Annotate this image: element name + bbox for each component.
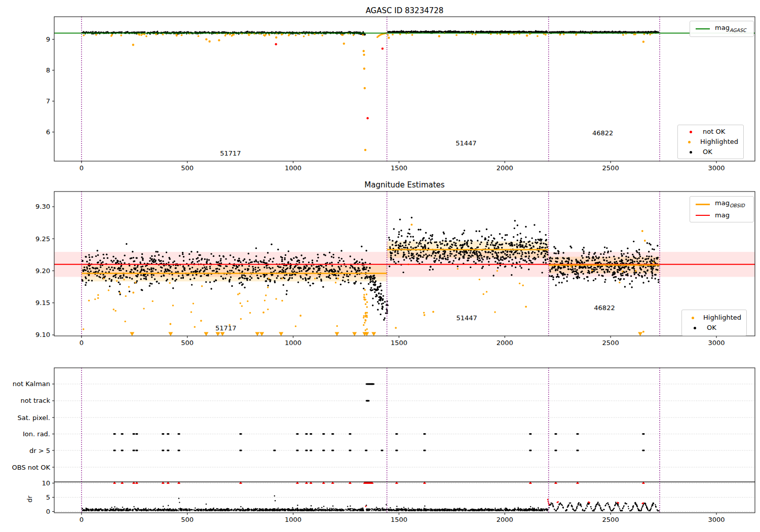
top-plot-title-text: AGASC ID 83234728 bbox=[366, 6, 444, 15]
dr-gt5-flags bbox=[423, 450, 426, 451]
clipped-low bbox=[371, 332, 376, 336]
legend-label: Highlighted bbox=[700, 138, 738, 146]
bottom-dr-not-ok bbox=[365, 499, 644, 507]
clipped-low bbox=[130, 332, 134, 336]
dr-gt5-flags bbox=[349, 450, 351, 451]
black-dot-swatch-wrap bbox=[683, 151, 698, 154]
top-not-OK bbox=[275, 43, 384, 119]
dr-gt5-flags bbox=[121, 450, 124, 451]
ion-rad-flags bbox=[178, 433, 180, 435]
clipped-low bbox=[352, 332, 357, 336]
x-tick-label: 2500 bbox=[602, 164, 619, 172]
ion-rad-flags bbox=[239, 433, 242, 435]
clipped-low bbox=[259, 332, 264, 336]
legend-label: not OK bbox=[703, 128, 725, 136]
dr-gt5-flags bbox=[310, 450, 312, 451]
legend-row-ok: OK bbox=[687, 324, 741, 332]
clipped-low bbox=[220, 332, 225, 336]
x-tick-label: 2000 bbox=[497, 164, 513, 172]
not-ok-dot-swatch bbox=[690, 131, 692, 133]
y-tick-label: not track bbox=[20, 397, 50, 404]
orange-line-swatch-wrap bbox=[695, 204, 710, 205]
x-tick-label: 500 bbox=[181, 164, 194, 172]
x-tick-label: 1500 bbox=[391, 339, 407, 347]
y-tick-label: 0 bbox=[46, 508, 50, 515]
ion-rad-flags bbox=[162, 433, 164, 435]
middle-OK-high bbox=[399, 217, 518, 226]
ion-rad-flags bbox=[121, 433, 124, 435]
dr-gt5-flags bbox=[296, 450, 298, 451]
clipped-low bbox=[335, 332, 339, 336]
top-Highlighted-deep bbox=[132, 34, 645, 151]
y-tick-label: 9.20 bbox=[35, 267, 50, 275]
clipped-low bbox=[279, 332, 283, 336]
dr-gt5-flags bbox=[322, 450, 325, 451]
legend-top-status: not OK Highlighted OK bbox=[677, 125, 744, 159]
dr-gt5-flags bbox=[381, 450, 384, 451]
x-tick-label: 0 bbox=[80, 339, 84, 347]
ion-rad-flags bbox=[576, 433, 579, 435]
dr-gt5-flags bbox=[113, 450, 116, 451]
highlighted-dot-swatch bbox=[692, 317, 694, 319]
legend-mag-agasc: magAGASC bbox=[690, 21, 754, 37]
x-tick-label: 2000 bbox=[497, 339, 513, 347]
y-tick-label: 9.30 bbox=[35, 203, 50, 210]
dr-gt5-flags bbox=[642, 450, 644, 451]
x-tick-label: 3000 bbox=[708, 339, 725, 347]
mag-obsid-line-swatch bbox=[696, 204, 710, 205]
not-track-flags bbox=[367, 400, 369, 401]
ok-dot-swatch bbox=[694, 327, 696, 329]
mag-agasc-line-swatch bbox=[696, 28, 710, 29]
x-tick-label: 1000 bbox=[285, 339, 301, 347]
clipped-low bbox=[255, 332, 259, 336]
legend-row-highlighted: Highlighted bbox=[683, 138, 738, 146]
y-tick-label: 8 bbox=[46, 66, 50, 74]
middle-Highlighted-trail bbox=[363, 289, 368, 331]
x-tick-label: 1000 bbox=[285, 164, 301, 172]
ion-rad-flags bbox=[322, 433, 325, 435]
ion-rad-flags bbox=[133, 433, 135, 435]
figure-canvas: 5171751447468220500100015002000250030006… bbox=[0, 0, 760, 532]
mag-line-swatch bbox=[696, 215, 710, 216]
middle-plot-title: Magnitude Estimates bbox=[54, 180, 755, 189]
middle-plot: 5171751447468220500100015002000250030009… bbox=[35, 192, 755, 347]
x-tick-label: 0 bbox=[80, 164, 84, 172]
not-kalman-flags bbox=[371, 383, 374, 385]
y-axis-label: dr bbox=[26, 496, 33, 503]
obsid-annotation: 51717 bbox=[215, 324, 236, 332]
y-tick-label: 6 bbox=[46, 128, 50, 136]
dr-gt5-flags bbox=[273, 450, 276, 451]
middle-plot-title-text: Magnitude Estimates bbox=[364, 180, 444, 189]
legend-label: magAGASC bbox=[715, 24, 746, 34]
y-tick-label: dr > 5 bbox=[29, 447, 50, 454]
bottom-spine bbox=[54, 368, 755, 513]
top-spine bbox=[54, 17, 755, 161]
y-tick-label: 9.25 bbox=[35, 235, 50, 243]
x-tick-label: 500 bbox=[181, 516, 194, 523]
ion-rad-flags bbox=[554, 433, 557, 435]
ion-rad-flags bbox=[395, 433, 398, 435]
dr-gt5-flags bbox=[554, 450, 557, 451]
y-tick-label: 9 bbox=[46, 35, 50, 43]
ion-rad-flags bbox=[310, 433, 312, 435]
dr-gt5-flags bbox=[133, 450, 135, 451]
y-tick-label: Ion. rad. bbox=[23, 430, 50, 438]
y-tick-label: not Kalman bbox=[13, 380, 50, 388]
red-dot-swatch-wrap bbox=[683, 131, 698, 133]
ion-rad-flags bbox=[167, 433, 169, 435]
y-tick-label: OBS not OK bbox=[12, 464, 51, 471]
legend-label: OK bbox=[703, 148, 712, 156]
legend-row-ok: OK bbox=[683, 148, 738, 156]
legend-label: mag bbox=[715, 211, 730, 219]
dr-gt5-flags bbox=[135, 450, 138, 451]
dr-gt5-flags bbox=[529, 450, 531, 451]
y-tick-label: 9.15 bbox=[35, 299, 50, 307]
dr-gt5-flags bbox=[239, 450, 242, 451]
top-OK bbox=[548, 30, 659, 34]
bottom-plot: 050010001500200025003000not Kalmannot tr… bbox=[12, 368, 755, 523]
legend-label: magOBSID bbox=[715, 199, 745, 210]
clipped-low bbox=[204, 332, 208, 336]
legend-row-not-ok: not OK bbox=[683, 128, 738, 136]
top-plot-title: AGASC ID 83234728 bbox=[54, 6, 755, 15]
x-tick-label: 2000 bbox=[497, 516, 513, 523]
